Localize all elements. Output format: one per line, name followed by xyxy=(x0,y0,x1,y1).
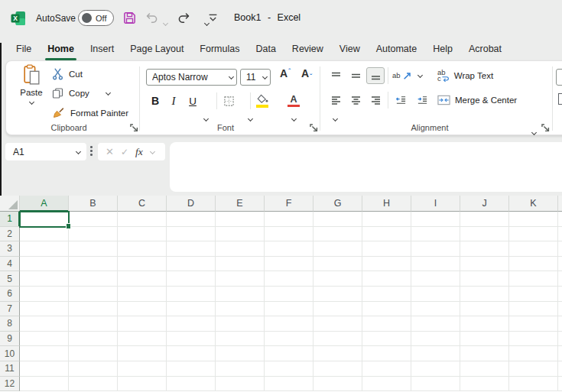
cell-A9[interactable] xyxy=(20,332,69,347)
cell-partial1[interactable] xyxy=(558,212,562,227)
cut-button[interactable]: Cut xyxy=(52,66,83,82)
cell-J11[interactable] xyxy=(460,361,509,377)
enter-icon[interactable]: ✓ xyxy=(121,147,128,157)
cell-C4[interactable] xyxy=(118,257,167,272)
cell-K1[interactable] xyxy=(509,212,558,227)
cell-E8[interactable] xyxy=(216,316,265,332)
cell-C1[interactable] xyxy=(118,212,167,227)
cell-G7[interactable] xyxy=(313,302,362,317)
cell-C5[interactable] xyxy=(118,271,167,287)
cell-J1[interactable] xyxy=(460,212,509,227)
bottom-align-button[interactable] xyxy=(366,67,385,84)
column-header-A[interactable]: A xyxy=(20,196,69,212)
cell-D9[interactable] xyxy=(167,332,216,347)
cell-J12[interactable] xyxy=(460,377,509,392)
cell-E7[interactable] xyxy=(216,302,265,317)
cell-F7[interactable] xyxy=(265,302,313,317)
row-header-4[interactable]: 4 xyxy=(0,257,20,272)
column-header-I[interactable]: I xyxy=(411,196,460,212)
align-right-button[interactable] xyxy=(366,92,385,109)
cell-G4[interactable] xyxy=(313,257,362,272)
formula-input[interactable] xyxy=(170,142,562,192)
font-size-combobox[interactable]: 11 xyxy=(240,69,271,86)
column-header-C[interactable]: C xyxy=(118,196,167,212)
cell-K11[interactable] xyxy=(509,361,558,377)
cell-B10[interactable] xyxy=(69,346,118,361)
cell-G9[interactable] xyxy=(313,332,362,347)
customize-quick-access-icon[interactable] xyxy=(208,14,218,22)
cell-H1[interactable] xyxy=(362,212,411,227)
cell-A11[interactable] xyxy=(20,361,69,377)
cell-D6[interactable] xyxy=(167,287,216,302)
cell-D10[interactable] xyxy=(167,346,216,361)
cell-I4[interactable] xyxy=(411,257,460,272)
fill-color-dropdown-icon[interactable] xyxy=(291,116,297,122)
undo-icon[interactable] xyxy=(145,11,159,24)
cell-D2[interactable] xyxy=(167,227,216,242)
decrease-font-size-button[interactable]: Aˇ xyxy=(297,67,317,86)
alignment-dialog-launcher-icon[interactable] xyxy=(541,123,551,133)
row-header-2[interactable]: 2 xyxy=(0,227,20,242)
cell-E2[interactable] xyxy=(216,227,265,242)
cell-H12[interactable] xyxy=(362,377,411,392)
cell-K3[interactable] xyxy=(509,241,558,257)
borders-button[interactable] xyxy=(221,92,236,110)
cell-F2[interactable] xyxy=(265,227,313,242)
cell-partial12[interactable] xyxy=(558,377,562,392)
cell-C3[interactable] xyxy=(118,241,167,257)
cell-H8[interactable] xyxy=(362,316,411,332)
cell-B6[interactable] xyxy=(69,287,118,302)
cell-G2[interactable] xyxy=(313,227,362,242)
paste-button[interactable]: Paste xyxy=(14,64,49,115)
merge-center-dropdown-icon[interactable] xyxy=(531,130,537,136)
row-header-9[interactable]: 9 xyxy=(0,332,20,347)
cell-partial4[interactable] xyxy=(558,257,562,272)
column-header-G[interactable]: G xyxy=(313,196,362,212)
cell-J10[interactable] xyxy=(460,346,509,361)
cell-D5[interactable] xyxy=(167,271,216,287)
cell-E11[interactable] xyxy=(216,361,265,377)
cell-C12[interactable] xyxy=(118,377,167,392)
column-header-D[interactable]: D xyxy=(167,196,216,212)
cell-J6[interactable] xyxy=(460,287,509,302)
cell-D8[interactable] xyxy=(167,316,216,332)
cell-F8[interactable] xyxy=(265,316,313,332)
cell-I5[interactable] xyxy=(411,271,460,287)
cell-D4[interactable] xyxy=(167,257,216,272)
align-center-button[interactable] xyxy=(346,92,365,109)
cell-H3[interactable] xyxy=(362,241,411,257)
undo-dropdown-icon[interactable] xyxy=(162,21,168,27)
cell-E5[interactable] xyxy=(216,271,265,287)
cell-A3[interactable] xyxy=(20,241,69,257)
copy-dropdown-icon[interactable] xyxy=(106,90,112,96)
cell-I1[interactable] xyxy=(411,212,460,227)
tab-file[interactable]: File xyxy=(14,40,34,58)
cell-F10[interactable] xyxy=(265,346,313,361)
cell-C10[interactable] xyxy=(118,346,167,361)
cell-A6[interactable] xyxy=(20,287,69,302)
font-size-dropdown-icon[interactable] xyxy=(262,74,268,80)
cell-F3[interactable] xyxy=(265,241,313,257)
cell-D7[interactable] xyxy=(167,302,216,317)
cell-H7[interactable] xyxy=(362,302,411,317)
underline-button[interactable]: U xyxy=(185,92,200,110)
cell-K9[interactable] xyxy=(509,332,558,347)
increase-font-size-button[interactable]: Aˆ xyxy=(275,67,295,86)
row-header-12[interactable]: 12 xyxy=(0,377,20,392)
orientation-dropdown-icon[interactable] xyxy=(417,73,424,79)
row-header-3[interactable]: 3 xyxy=(0,241,20,257)
cell-G1[interactable] xyxy=(313,212,362,227)
tab-automate[interactable]: Automate xyxy=(374,40,420,58)
cell-K4[interactable] xyxy=(509,257,558,272)
row-header-10[interactable]: 10 xyxy=(0,346,20,361)
cell-H2[interactable] xyxy=(362,227,411,242)
cell-A10[interactable] xyxy=(20,346,69,361)
column-header-B[interactable]: B xyxy=(69,196,118,212)
merge-center-button[interactable]: Merge & Center xyxy=(437,92,517,109)
cell-F9[interactable] xyxy=(265,332,313,347)
cell-G5[interactable] xyxy=(313,271,362,287)
cell-J3[interactable] xyxy=(460,241,509,257)
cell-E9[interactable] xyxy=(216,332,265,347)
cell-partial3[interactable] xyxy=(558,241,562,257)
font-name-combobox[interactable]: Aptos Narrow xyxy=(146,69,237,86)
